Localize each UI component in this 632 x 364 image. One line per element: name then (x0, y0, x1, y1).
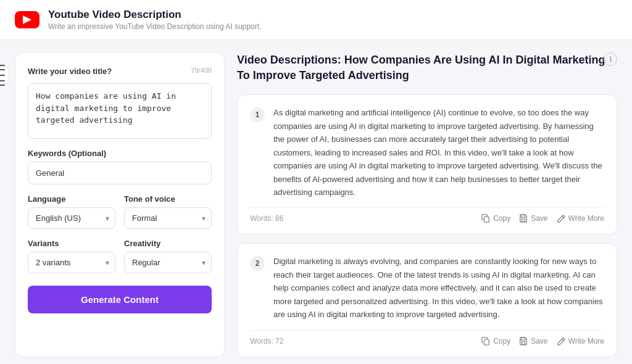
result-card-1-inner: 1 As digital marketing and artificial in… (250, 106, 604, 199)
creativity-label: Creativity (124, 239, 212, 248)
variants-label: Variants (28, 239, 115, 248)
write-more-button-2[interactable]: Write More (557, 337, 604, 345)
keywords-label: Keywords (Optional) (28, 149, 212, 158)
result-footer-1: Words: 86 Copy (250, 207, 604, 223)
tone-field-group: Tone of voice Formal Casual Professional (124, 194, 212, 229)
svg-rect-3 (484, 339, 489, 345)
keywords-input[interactable] (28, 162, 212, 184)
save-button-2[interactable]: Save (519, 337, 547, 345)
write-more-button-1[interactable]: Write More (557, 214, 604, 223)
result-text-2: Digital marketing is always evolving, an… (273, 255, 604, 321)
variants-creativity-row: Variants 1 variant 2 variants 3 variants… (28, 239, 212, 273)
result-footer-2: Words: 72 Copy (250, 330, 604, 345)
header: Youtube Video Description Write an impre… (0, 0, 632, 40)
copy-icon-2 (481, 337, 490, 345)
tone-label: Tone of voice (124, 194, 212, 204)
result-card-2: 2 Digital marketing is always evolving, … (237, 243, 617, 357)
svg-rect-2 (522, 215, 525, 217)
creativity-field-group: Creativity Low Regular High (124, 239, 212, 273)
language-select[interactable]: English (US) English (UK) Spanish French (28, 207, 115, 229)
variants-select-wrapper: 1 variant 2 variants 3 variants (28, 252, 115, 273)
word-count-2: Words: 72 (250, 337, 283, 345)
language-label: Language (28, 194, 115, 204)
result-number-2: 2 (250, 256, 265, 271)
result-card-1: 1 As digital marketing and artificial in… (237, 94, 617, 234)
action-btns-1: Copy Save (481, 214, 604, 223)
sidebar-toggle[interactable] (0, 67, 9, 84)
title-field-group: Write your video title? 79/400 How compa… (28, 67, 212, 139)
main-content: Write your video title? 79/400 How compa… (0, 40, 632, 364)
generate-content-button[interactable]: Generate Content (28, 286, 212, 313)
hamburger-icon (0, 65, 5, 86)
variants-field-group: Variants 1 variant 2 variants 3 variants (28, 239, 115, 273)
language-select-wrapper: English (US) English (UK) Spanish French (28, 207, 115, 229)
svg-rect-4 (522, 342, 525, 344)
copy-button-1[interactable]: Copy (481, 214, 510, 223)
app-subtitle: Write an impressive YouTube Video Descri… (48, 22, 261, 31)
variants-select[interactable]: 1 variant 2 variants 3 variants (28, 252, 115, 273)
char-count: 79/400 (191, 67, 212, 80)
result-text-1: As digital marketing and artificial inte… (273, 106, 604, 199)
tone-select[interactable]: Formal Casual Professional (124, 207, 212, 229)
svg-rect-0 (484, 217, 489, 223)
copy-button-2[interactable]: Copy (481, 337, 510, 345)
title-label: Write your video title? (28, 67, 112, 76)
result-card-2-inner: 2 Digital marketing is always evolving, … (250, 255, 604, 321)
write-more-icon-1 (557, 214, 565, 223)
info-icon[interactable]: ℹ (604, 52, 617, 66)
word-count-1: Words: 86 (250, 214, 283, 223)
save-button-1[interactable]: Save (519, 214, 547, 223)
copy-icon-1 (481, 214, 490, 223)
save-icon-1 (519, 214, 528, 223)
language-tone-row: Language English (US) English (UK) Spani… (28, 194, 212, 229)
keywords-field-group: Keywords (Optional) (28, 149, 212, 184)
result-number-1: 1 (250, 107, 265, 122)
action-btns-2: Copy Save (481, 337, 604, 345)
write-more-icon-2 (557, 337, 565, 345)
tone-select-wrapper: Formal Casual Professional (124, 207, 212, 229)
creativity-select[interactable]: Low Regular High (124, 252, 212, 273)
result-title: Video Descriptions: How Companies Are Us… (237, 52, 617, 83)
left-panel: Write your video title? 79/400 How compa… (15, 52, 225, 357)
video-title-input[interactable]: How companies are using AI in digital ma… (28, 83, 212, 139)
right-panel: ℹ Video Descriptions: How Companies Are … (237, 52, 617, 357)
creativity-select-wrapper: Low Regular High (124, 252, 212, 273)
svg-rect-1 (522, 219, 525, 221)
svg-rect-5 (522, 337, 525, 340)
save-icon-2 (519, 337, 528, 345)
youtube-icon (15, 11, 40, 28)
app-title: Youtube Video Description (48, 9, 261, 21)
header-text: Youtube Video Description Write an impre… (48, 9, 261, 31)
language-field-group: Language English (US) English (UK) Spani… (28, 194, 115, 229)
